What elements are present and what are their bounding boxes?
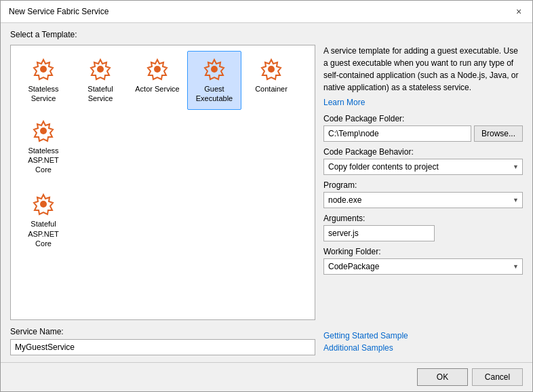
template-item-container[interactable]: Container <box>244 51 298 110</box>
bottom-bar: OK Cancel <box>1 362 532 391</box>
code-package-behavior-group: Code Package Behavior: Copy folder conte… <box>323 147 523 175</box>
program-wrapper: node.exe <box>323 192 523 208</box>
description-text: A service template for adding a guest ex… <box>323 45 523 94</box>
select-template-label: Select a Template: <box>10 30 523 39</box>
program-label: Program: <box>323 180 523 190</box>
template-item-stateful-aspnet-core[interactable]: Stateful ASP.NET Core <box>16 186 71 254</box>
template-grid: Stateless Service Stateful Service <box>16 51 309 254</box>
stateless-aspnet-core-icon <box>31 119 56 143</box>
working-folder-label: Working Folder: <box>323 247 523 256</box>
guest-executable-icon <box>202 57 226 81</box>
code-package-folder-row: Browse... <box>323 125 523 142</box>
actor-service-icon <box>145 57 170 81</box>
service-name-label: Service Name: <box>10 327 315 336</box>
template-item-stateful-service[interactable]: Stateful Service <box>73 51 127 110</box>
svg-point-4 <box>268 66 275 73</box>
stateful-aspnet-core-label: Stateful ASP.NET Core <box>20 219 67 248</box>
service-name-section: Service Name: <box>10 327 315 355</box>
main-content: Stateless Service Stateful Service <box>10 45 523 355</box>
service-name-input[interactable] <box>10 339 315 355</box>
code-package-behavior-wrapper: Copy folder contents to project Link to … <box>323 159 523 175</box>
container-icon <box>259 57 283 81</box>
dialog-body: Select a Template: <box>1 23 532 362</box>
arguments-group: Arguments: <box>323 214 523 241</box>
title-bar: New Service Fabric Service × <box>1 1 532 23</box>
getting-started-sample-link[interactable]: Getting Started Sample <box>323 331 523 340</box>
template-item-actor-service[interactable]: Actor Service <box>130 51 184 110</box>
stateful-aspnet-core-icon <box>31 192 56 216</box>
program-select[interactable]: node.exe <box>323 192 523 208</box>
cancel-button[interactable]: Cancel <box>472 368 523 386</box>
program-group: Program: node.exe <box>323 180 523 208</box>
working-folder-select[interactable]: CodePackage Work None <box>323 258 523 275</box>
code-package-behavior-select[interactable]: Copy folder contents to project Link to … <box>323 159 523 175</box>
dialog-window: New Service Fabric Service × Select a Te… <box>0 0 533 392</box>
svg-point-3 <box>211 66 218 73</box>
samples-section: Getting Started Sample Additional Sample… <box>323 326 523 355</box>
working-folder-wrapper: CodePackage Work None <box>323 258 523 275</box>
ok-button[interactable]: OK <box>417 368 468 386</box>
dialog-title: New Service Fabric Service <box>9 7 108 16</box>
stateless-service-label: Stateless Service <box>20 84 67 104</box>
stateless-service-icon <box>31 57 56 81</box>
close-button[interactable]: × <box>513 6 524 17</box>
code-package-behavior-label: Code Package Behavior: <box>323 147 523 157</box>
left-panel: Stateless Service Stateful Service <box>10 45 315 355</box>
stateful-service-icon <box>88 57 113 81</box>
template-item-stateless-service[interactable]: Stateless Service <box>16 51 71 110</box>
browse-button[interactable]: Browse... <box>474 125 523 142</box>
template-item-stateless-aspnet-core[interactable]: Stateless ASP.NET Core <box>16 113 71 181</box>
code-package-folder-input[interactable] <box>323 125 471 142</box>
actor-service-label: Actor Service <box>135 84 179 94</box>
arguments-label: Arguments: <box>323 214 523 223</box>
svg-point-0 <box>40 66 47 73</box>
code-package-folder-group: Code Package Folder: Browse... <box>323 114 523 142</box>
template-item-guest-executable[interactable]: Guest Executable <box>187 51 241 110</box>
code-package-folder-label: Code Package Folder: <box>323 114 523 123</box>
learn-more-link[interactable]: Learn More <box>323 98 523 107</box>
svg-point-2 <box>154 66 161 73</box>
guest-executable-label: Guest Executable <box>191 84 238 104</box>
template-box: Stateless Service Stateful Service <box>10 45 315 320</box>
svg-point-5 <box>40 128 47 134</box>
working-folder-group: Working Folder: CodePackage Work None <box>323 247 523 275</box>
right-panel: A service template for adding a guest ex… <box>323 45 523 355</box>
additional-samples-link[interactable]: Additional Samples <box>323 343 523 353</box>
svg-point-6 <box>40 201 47 208</box>
container-label: Container <box>255 84 288 94</box>
stateful-service-label: Stateful Service <box>77 84 124 104</box>
svg-point-1 <box>97 66 104 73</box>
arguments-input[interactable] <box>323 225 435 241</box>
stateless-aspnet-core-label: Stateless ASP.NET Core <box>20 146 67 175</box>
